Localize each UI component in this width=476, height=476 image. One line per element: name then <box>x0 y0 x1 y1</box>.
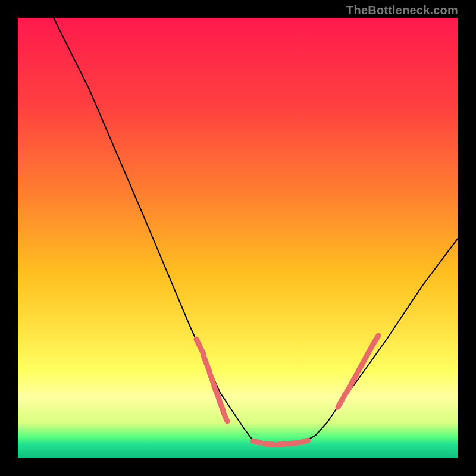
highlight-dash <box>344 387 350 396</box>
highlight-dash <box>196 339 203 354</box>
highlight-dashes <box>196 336 378 444</box>
highlight-dash <box>203 356 209 371</box>
highlight-dash <box>365 347 371 358</box>
highlight-dash <box>372 336 378 345</box>
highlight-dash <box>265 444 274 444</box>
highlight-dash <box>289 443 298 444</box>
highlight-dash <box>253 441 261 443</box>
highlight-dash <box>209 372 214 386</box>
highlight-dash <box>277 444 286 444</box>
chart-container: TheBottleneck.com <box>0 0 476 476</box>
bottleneck-curve <box>54 18 458 444</box>
highlight-dash <box>301 440 308 442</box>
highlight-dash <box>219 400 223 411</box>
highlight-dash <box>358 361 364 371</box>
curve-layer <box>18 18 458 458</box>
plot-area <box>18 18 458 458</box>
watermark-text: TheBottleneck.com <box>346 4 458 17</box>
highlight-dash <box>223 412 227 421</box>
highlight-dash <box>338 399 343 407</box>
